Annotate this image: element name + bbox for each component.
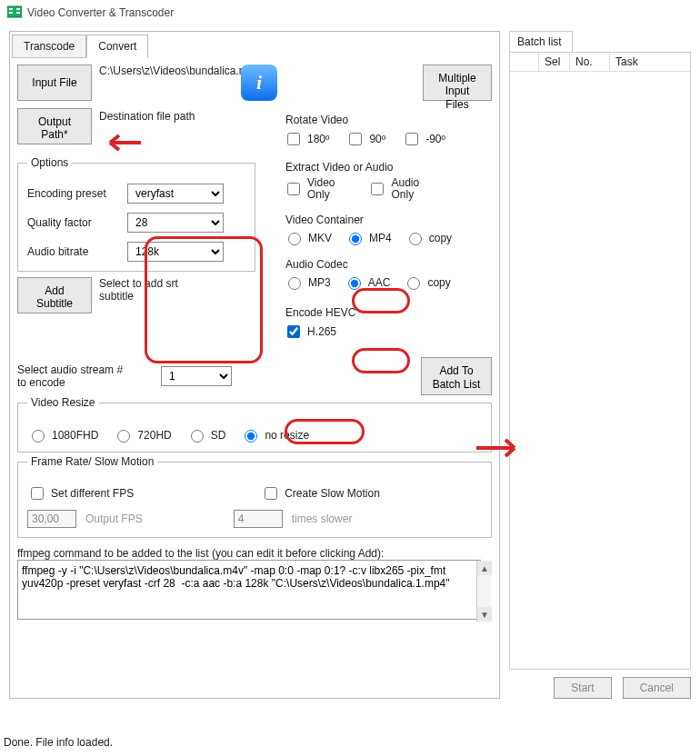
resize-legend: Video Resize bbox=[27, 396, 99, 409]
extract-audio-only-check[interactable]: Audio Only bbox=[367, 177, 419, 201]
tab-convert[interactable]: Convert bbox=[86, 35, 148, 58]
start-button[interactable]: Start bbox=[554, 677, 611, 699]
audio-bitrate-label: Audio bitrate bbox=[27, 245, 127, 258]
hevc-legend: Encode HEVC bbox=[285, 306, 488, 319]
main-panel: Transcode Convert Input File C:\Users\z\… bbox=[9, 31, 500, 699]
ffmpeg-cmd-textarea[interactable]: ffmpeg -y -i "C:\Users\z\Videos\bundalic… bbox=[17, 560, 481, 620]
container-legend: Video Container bbox=[285, 214, 488, 226]
encoding-preset-select[interactable]: veryfast bbox=[127, 184, 224, 204]
set-fps-check[interactable]: Set different FPS bbox=[27, 484, 134, 502]
multiple-input-files-button[interactable]: Multiple Input Files bbox=[423, 65, 492, 101]
svg-rect-2 bbox=[9, 12, 13, 14]
info-icon[interactable]: i bbox=[241, 65, 277, 101]
acodec-legend: Audio Codec bbox=[285, 258, 488, 271]
container-copy-radio[interactable]: copy bbox=[405, 230, 452, 245]
slowmo-hint: times slower bbox=[292, 512, 353, 525]
resize-1080-radio[interactable]: 1080FHD bbox=[27, 427, 98, 443]
container-mkv-radio[interactable]: MKV bbox=[284, 230, 332, 245]
svg-rect-1 bbox=[9, 8, 13, 10]
batch-list-title: Batch list bbox=[509, 31, 573, 52]
batch-col-blank bbox=[510, 53, 539, 71]
rotate-90-check[interactable]: 90º bbox=[345, 130, 385, 148]
audio-stream-select[interactable]: 1 bbox=[161, 366, 232, 386]
status-bar: Done. File info loaded. bbox=[4, 736, 113, 749]
extract-legend: Extract Video or Audio bbox=[285, 161, 488, 174]
fps-hint: Output FPS bbox=[85, 512, 143, 525]
acodec-mp3-radio[interactable]: MP3 bbox=[284, 274, 331, 290]
scroll-down-icon[interactable]: ▼ bbox=[477, 607, 492, 622]
acodec-copy-radio[interactable]: copy bbox=[403, 274, 450, 290]
scroll-up-icon[interactable]: ▲ bbox=[477, 561, 492, 575]
cancel-button[interactable]: Cancel bbox=[623, 677, 691, 699]
output-path-button[interactable]: Output Path* bbox=[17, 108, 92, 144]
add-to-batch-button[interactable]: Add To Batch List bbox=[421, 357, 492, 395]
extract-video-only-check[interactable]: Video Only bbox=[284, 177, 335, 201]
batch-col-no: No. bbox=[570, 53, 610, 71]
rotate-neg90-check[interactable]: -90º bbox=[402, 130, 445, 148]
batch-col-sel: Sel bbox=[539, 53, 570, 71]
audio-stream-label: Select audio stream # to encode bbox=[17, 363, 154, 389]
rotate-180-check[interactable]: 180º bbox=[284, 130, 329, 148]
encoding-preset-label: Encoding preset bbox=[27, 187, 127, 200]
hevc-h265-check[interactable]: H.265 bbox=[284, 323, 336, 341]
window-title: Video Converter & Transcoder bbox=[27, 6, 174, 19]
audio-bitrate-select[interactable]: 128k bbox=[127, 242, 224, 262]
container-mp4-radio[interactable]: MP4 bbox=[345, 230, 392, 245]
options-legend: Options bbox=[27, 156, 72, 169]
svg-rect-4 bbox=[16, 12, 20, 14]
framerate-legend: Frame Rate/ Slow Motion bbox=[27, 455, 157, 468]
resize-sd-radio[interactable]: SD bbox=[186, 427, 226, 443]
app-icon bbox=[7, 5, 22, 22]
fps-input[interactable] bbox=[27, 510, 76, 528]
tab-transcode[interactable]: Transcode bbox=[12, 35, 86, 58]
quality-factor-select[interactable]: 28 bbox=[127, 213, 224, 233]
titlebar: Video Converter & Transcoder bbox=[0, 0, 700, 25]
svg-rect-3 bbox=[16, 8, 20, 10]
rotate-legend: Rotate Video bbox=[285, 114, 488, 126]
add-subtitle-button[interactable]: Add Subtitle bbox=[17, 277, 92, 313]
input-file-path: C:\Users\z\Videos\bundalica.m4v bbox=[99, 65, 234, 77]
output-dest-label: Destination file path bbox=[99, 108, 195, 123]
slowmo-input[interactable] bbox=[234, 510, 283, 528]
resize-none-radio[interactable]: no resize bbox=[240, 427, 309, 443]
subtitle-hint: Select to add srt subtitle bbox=[99, 277, 208, 303]
quality-factor-label: Quality factor bbox=[27, 216, 127, 229]
batch-list-table: Sel No. Task bbox=[509, 52, 691, 670]
resize-720-radio[interactable]: 720HD bbox=[113, 427, 171, 443]
create-slowmo-check[interactable]: Create Slow Motion bbox=[261, 484, 380, 502]
batch-col-task: Task bbox=[610, 53, 690, 71]
acodec-aac-radio[interactable]: AAC bbox=[344, 274, 391, 290]
input-file-button[interactable]: Input File bbox=[17, 65, 92, 101]
ffmpeg-cmd-label: ffmpeg command to be added to the list (… bbox=[17, 547, 492, 560]
